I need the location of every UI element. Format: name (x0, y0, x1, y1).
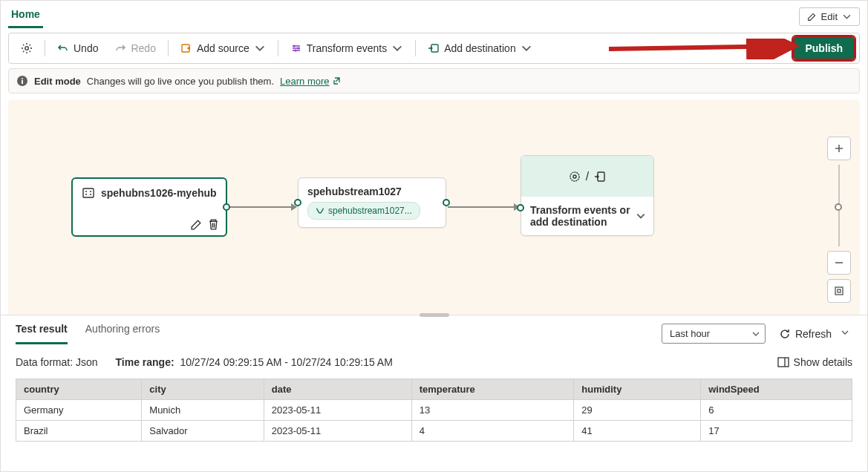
col-date: date (264, 379, 411, 400)
stream-title: spehubstream1027 (307, 186, 437, 197)
timerange-value: Last hour (670, 328, 710, 339)
tab-authoring-errors[interactable]: Authoring errors (85, 323, 160, 344)
toolbar: Undo Redo Add source Transform events Ad… (8, 33, 860, 64)
add-source-button[interactable]: Add source (173, 39, 273, 58)
chevron-down-icon (751, 330, 760, 338)
source-title: spehubns1026-myehub (101, 187, 217, 199)
show-details-button[interactable]: Show details (777, 356, 852, 368)
edit-mode-banner: Edit mode Changes will go live once you … (8, 68, 860, 94)
svg-point-0 (25, 47, 29, 50)
col-country: country (16, 379, 142, 400)
node-destination[interactable]: / Transform events or add destination (521, 155, 654, 236)
edit-node-icon[interactable] (190, 218, 203, 231)
zoom-slider[interactable] (838, 165, 840, 246)
col-city: city (142, 379, 264, 400)
external-link-icon (332, 76, 341, 85)
transform-icon (290, 42, 302, 54)
col-humidity: humidity (574, 379, 701, 400)
results-table: countrycitydatetemperaturehumiditywindSp… (16, 378, 852, 442)
svg-point-16 (573, 175, 576, 178)
add-dest-label: Add destination (444, 42, 516, 54)
svg-rect-18 (835, 287, 843, 295)
redo-label: Redo (131, 42, 155, 54)
tab-test-result[interactable]: Test result (16, 323, 68, 344)
chevron-down-icon (254, 42, 266, 54)
show-details-label: Show details (794, 356, 852, 368)
chevron-down-icon[interactable] (636, 211, 646, 221)
refresh-options[interactable] (838, 324, 852, 343)
add-destination-button[interactable]: Add destination (420, 39, 540, 58)
stream-chip-label: spehubstream1027... (328, 206, 412, 216)
zoom-fit-button[interactable] (827, 279, 851, 303)
svg-point-8 (22, 78, 23, 79)
undo-button[interactable]: Undo (50, 39, 105, 58)
svg-rect-20 (778, 358, 789, 367)
eventhub-icon (82, 186, 95, 200)
time-range: Time range: 10/27/24 09:29:15 AM - 10/27… (116, 356, 393, 368)
dest-body-text: Transform events or add destination (530, 204, 630, 228)
add-source-label: Add source (197, 42, 249, 54)
results-panel: Test result Authoring errors Last hour R… (1, 315, 867, 449)
col-temperature: temperature (411, 379, 574, 400)
add-destination-icon (428, 42, 440, 54)
info-icon (16, 75, 28, 87)
svg-point-2 (293, 45, 295, 47)
refresh-button[interactable]: Refresh (773, 324, 838, 344)
col-windSpeed: windSpeed (701, 379, 852, 400)
canvas[interactable]: spehubns1026-myehub spehubstream1027 spe… (8, 99, 860, 315)
destination-placeholder-icon (593, 170, 607, 183)
refresh-label: Refresh (795, 328, 832, 340)
svg-point-11 (85, 191, 87, 192)
banner-message: Changes will go live once you publish th… (87, 76, 274, 87)
chevron-down-icon (521, 42, 532, 54)
transform-placeholder-icon (568, 170, 581, 183)
banner-mode: Edit mode (34, 76, 81, 87)
timerange-select[interactable]: Last hour (662, 324, 766, 344)
svg-point-14 (90, 194, 91, 195)
zoom-in-button[interactable] (827, 137, 851, 160)
svg-rect-9 (22, 80, 23, 84)
svg-rect-10 (83, 189, 94, 197)
transform-label: Transform events (307, 42, 387, 54)
table-row[interactable]: GermanyMunich2023-05-1113296 (16, 400, 852, 421)
gear-icon (21, 42, 33, 54)
details-icon (777, 357, 789, 367)
learn-more-link[interactable]: Learn more (280, 76, 340, 87)
panel-resize-handle[interactable] (420, 313, 449, 317)
port-out[interactable] (223, 203, 230, 211)
node-stream[interactable]: spehubstream1027 spehubstream1027... (298, 177, 446, 228)
redo-button: Redo (107, 39, 163, 58)
svg-point-4 (294, 50, 296, 52)
slash: / (586, 170, 589, 183)
table-row[interactable]: BrazilSalvador2023-05-1144117 (16, 421, 852, 442)
add-source-icon (180, 42, 192, 54)
undo-label: Undo (74, 42, 98, 54)
stream-icon (316, 206, 324, 215)
stream-chip[interactable]: spehubstream1027... (307, 202, 420, 220)
svg-point-3 (297, 47, 299, 50)
redo-icon (114, 42, 126, 54)
tab-home[interactable]: Home (8, 5, 43, 28)
transform-events-button[interactable]: Transform events (283, 39, 411, 58)
port-in[interactable] (294, 199, 301, 206)
port-in[interactable] (517, 204, 524, 212)
refresh-icon (779, 328, 791, 340)
node-source[interactable]: spehubns1026-myehub (71, 177, 227, 237)
chevron-down-icon (391, 42, 403, 54)
data-format: Data format: Json (16, 356, 98, 368)
edit-label: Edit (821, 11, 838, 22)
settings-button[interactable] (13, 39, 40, 58)
chevron-down-icon (841, 328, 849, 337)
svg-point-13 (90, 191, 91, 192)
zoom-out-button[interactable] (827, 251, 851, 275)
svg-point-15 (570, 172, 579, 181)
edit-button[interactable]: Edit (799, 7, 860, 26)
svg-rect-19 (838, 289, 841, 292)
port-out[interactable] (443, 199, 450, 206)
pencil-icon (807, 12, 817, 22)
chevron-down-icon (842, 12, 852, 22)
publish-button[interactable]: Publish (793, 36, 855, 60)
delete-node-icon[interactable] (207, 218, 220, 231)
svg-point-12 (85, 194, 87, 195)
undo-icon (57, 42, 69, 54)
